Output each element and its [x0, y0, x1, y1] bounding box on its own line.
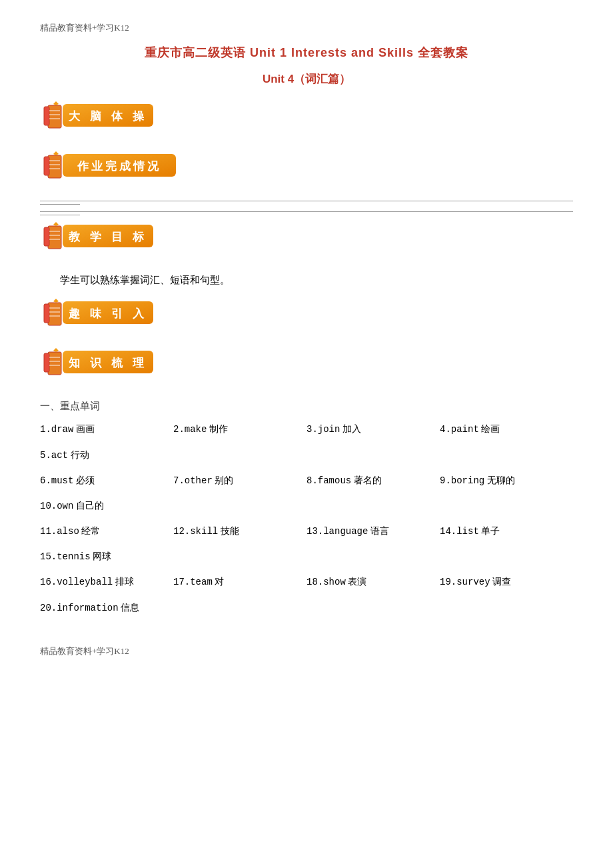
svg-rect-32 — [48, 352, 61, 375]
vocab-item: 7.other 别的 — [173, 472, 280, 489]
svg-text:作业完成情况: 作业完成情况 — [77, 159, 161, 173]
svg-marker-13 — [53, 151, 59, 155]
vocab-row-4: 10.own 自己的 — [40, 497, 573, 515]
footer-watermark: 精品教育资料+学习K12 — [40, 643, 573, 659]
vocab-row-2: 5.act 行动 — [40, 447, 573, 464]
vocab-item: 19.survey 调查 — [440, 573, 546, 591]
vocab-item: 4.paint 绘画 — [440, 421, 546, 438]
svg-marker-5 — [53, 101, 59, 105]
svg-rect-24 — [48, 303, 61, 325]
knowledge-badge: 知 识 梳 理 — [40, 348, 157, 376]
vocab-item: 2.make 制作 — [173, 421, 280, 438]
vocab-row-6: 15.tennis 网球 — [40, 548, 573, 565]
divider-mid — [40, 211, 573, 212]
svg-rect-0 — [48, 105, 61, 128]
vocab-item: 9.boring 无聊的 — [440, 472, 546, 489]
vocab-section: 1.draw 画画 2.make 制作 3.join 加入 4.paint 绘画… — [40, 421, 573, 617]
svg-rect-33 — [44, 353, 49, 372]
badge-objective: 教 学 目 标 — [40, 222, 573, 262]
intro-badge: 趣 味 引 入 — [40, 299, 157, 327]
section-title: 一、重点单词 — [40, 397, 573, 415]
badge-homework: 作业完成情况 — [40, 151, 573, 191]
vocab-item: 1.draw 画画 — [40, 421, 147, 438]
svg-marker-29 — [53, 299, 59, 303]
svg-rect-17 — [44, 227, 49, 246]
vocab-item: 5.act 行动 — [40, 447, 147, 464]
vocab-row-1: 1.draw 画画 2.make 制作 3.join 加入 4.paint 绘画 — [40, 421, 573, 438]
vocab-item: 14.list 单子 — [440, 523, 546, 540]
svg-marker-37 — [53, 348, 59, 352]
svg-text:大 脑 体 操: 大 脑 体 操 — [68, 109, 147, 123]
vocab-item: 6.must 必须 — [40, 472, 147, 489]
sub-title: Unit 4（词汇篇） — [40, 69, 573, 90]
badge-brain-exercise: 大 脑 体 操 — [40, 101, 573, 141]
vocab-item: 16.volleyball 排球 — [40, 573, 147, 591]
svg-rect-16 — [48, 226, 61, 249]
svg-rect-25 — [44, 304, 49, 323]
vocab-item: 20.information 信息 — [40, 599, 147, 617]
vocab-item: 17.team 对 — [173, 573, 280, 591]
badge-intro: 趣 味 引 入 — [40, 299, 573, 339]
vocab-item: 18.show 表演 — [306, 573, 413, 591]
vocab-item: 8.famous 著名的 — [306, 472, 413, 489]
svg-rect-8 — [48, 155, 61, 178]
divider-top — [40, 201, 573, 201]
vocab-item: 11.also 经常 — [40, 523, 147, 540]
divider-short-2 — [40, 215, 80, 215]
homework-badge: 作业完成情况 — [40, 151, 180, 179]
svg-text:知 识 梳 理: 知 识 梳 理 — [68, 357, 147, 369]
vocab-item: 10.own 自己的 — [40, 497, 147, 515]
vocab-row-3: 6.must 必须 7.other 别的 8.famous 著名的 9.bori… — [40, 472, 573, 489]
svg-marker-21 — [53, 222, 59, 226]
svg-rect-1 — [44, 107, 49, 125]
vocab-item: 13.language 语言 — [306, 523, 413, 540]
main-title: 重庆市高二级英语 Unit 1 Interests and Skills 全套教… — [40, 42, 573, 63]
vocab-row-8: 20.information 信息 — [40, 599, 573, 617]
brain-exercise-badge: 大 脑 体 操 — [40, 101, 157, 129]
svg-text:趣 味 引 入: 趣 味 引 入 — [68, 307, 147, 320]
top-watermark: 精品教育资料+学习K12 — [40, 20, 573, 35]
badge-knowledge: 知 识 梳 理 — [40, 348, 573, 388]
objective-text: 学生可以熟练掌握词汇、短语和句型。 — [60, 271, 573, 289]
objective-badge: 教 学 目 标 — [40, 222, 157, 250]
divider-short-1 — [40, 204, 80, 205]
vocab-row-7: 16.volleyball 排球 17.team 对 18.show 表演 19… — [40, 573, 573, 591]
vocab-row-5: 11.also 经常 12.skill 技能 13.language 语言 14… — [40, 523, 573, 540]
svg-text:教 学 目 标: 教 学 目 标 — [68, 231, 147, 243]
vocab-item: 15.tennis 网球 — [40, 548, 147, 565]
vocab-item: 12.skill 技能 — [173, 523, 280, 540]
svg-rect-9 — [44, 157, 49, 175]
vocab-item: 3.join 加入 — [306, 421, 413, 438]
